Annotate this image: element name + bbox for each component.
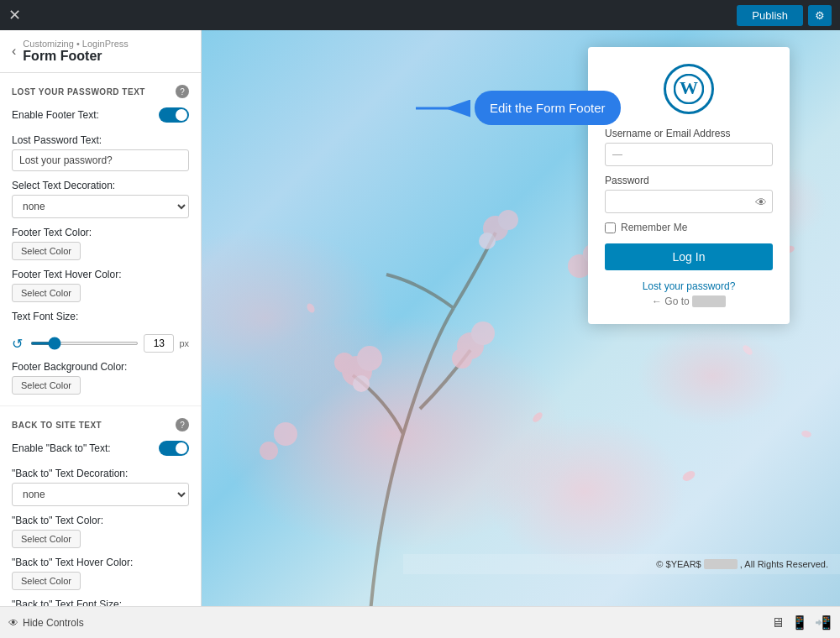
enable-footer-text-label: Enable Footer Text: [12, 107, 189, 123]
sidebar-header-text: Customizing • LoginPress Form Footer [23, 39, 129, 64]
svg-point-16 [274, 422, 297, 446]
back-to-decoration-select[interactable]: none underline overline line-through [12, 483, 189, 506]
eye-hide-icon: 👁 [8, 617, 18, 629]
select-text-decoration-row: Select Text Decoration: none underline o… [0, 175, 201, 222]
remember-me-row: Remember Me [605, 222, 773, 233]
hide-controls-button[interactable]: 👁 Hide Controls [8, 617, 84, 629]
font-size-input[interactable] [144, 334, 174, 353]
select-text-decoration-label: Select Text Decoration: [12, 180, 189, 191]
close-button[interactable]: ✕ [8, 8, 21, 23]
lost-password-text-row: Lost Password Text: [0, 130, 201, 175]
back-to-font-size-label: "Back to" Text Font Size: [12, 599, 189, 606]
text-font-size-label-row: Text Font Size: [0, 306, 201, 330]
footer-text-hover-color-label: Footer Text Hover Color: [12, 269, 189, 280]
svg-text:W: W [680, 77, 698, 98]
sidebar: ‹ Customizing • LoginPress Form Footer L… [0, 30, 202, 606]
svg-point-9 [479, 233, 496, 249]
px-label: px [179, 338, 189, 348]
password-label: Password [605, 175, 773, 186]
font-size-slider[interactable] [30, 342, 139, 345]
svg-point-1 [357, 346, 382, 371]
lost-password-text-input[interactable] [12, 149, 189, 171]
back-to-site-section-title: BACK TO SITE TEXT [12, 421, 102, 430]
bottom-bar: 👁 Hide Controls 🖥 📱 📲 [0, 606, 840, 638]
remember-me-label: Remember Me [621, 222, 687, 233]
wp-logo-circle: W [664, 64, 714, 114]
gear-button[interactable]: ⚙ [808, 5, 832, 26]
footer-bg-color-label: Footer Background Color: [12, 361, 189, 373]
blurred-site-name [692, 295, 726, 307]
username-label: Username or Email Address [605, 128, 773, 139]
back-to-text-color-button[interactable]: Select Color [12, 530, 81, 548]
sidebar-header: ‹ Customizing • LoginPress Form Footer [0, 30, 201, 73]
back-button[interactable]: ‹ [12, 44, 16, 59]
back-to-text-hover-color-row: "Back to" Text Hover Color: Select Color [0, 552, 201, 594]
text-font-size-label: Text Font Size: [12, 311, 189, 322]
eye-icon[interactable]: 👁 [755, 196, 767, 209]
panel-title: Form Footer [23, 49, 129, 64]
svg-point-20 [741, 343, 754, 357]
back-to-text-color-row: "Back to" Text Color: Select Color [0, 510, 201, 552]
username-input[interactable] [605, 143, 773, 166]
svg-point-22 [681, 469, 697, 484]
back-to-text-hover-color-button[interactable]: Select Color [12, 572, 81, 590]
footer-bg-color-row: Footer Background Color: Select Color [0, 357, 201, 399]
main-layout: ‹ Customizing • LoginPress Form Footer L… [0, 30, 840, 606]
svg-point-24 [531, 411, 544, 424]
lost-password-section-header: LOST YOUR PASSWORD TEXT ? [0, 76, 201, 103]
password-wrap: 👁 [605, 190, 773, 222]
lost-password-link[interactable]: Lost your password? [643, 280, 736, 292]
footer-text-color-button[interactable]: Select Color [12, 242, 81, 260]
help-icon-lost-password[interactable]: ? [176, 85, 189, 98]
password-input[interactable] [605, 190, 773, 213]
back-to-text-color-label: "Back to" Text Color: [12, 515, 189, 526]
back-to-font-size-row: "Back to" Text Font Size: [0, 594, 201, 606]
enable-back-to-toggle[interactable] [159, 441, 189, 456]
preview-area: Edit the Form Footer W Username or Email… [202, 30, 840, 606]
top-bar-right: Publish ⚙ [737, 5, 832, 26]
back-to-text-decoration-row: "Back to" Text Decoration: none underlin… [0, 463, 201, 510]
help-icon-back-to-site[interactable]: ? [176, 418, 189, 431]
svg-point-5 [471, 322, 495, 345]
svg-point-6 [452, 348, 472, 369]
desktop-icon[interactable]: 🖥 [771, 615, 785, 630]
svg-point-8 [498, 210, 518, 230]
back-to-site-section-header: BACK TO SITE TEXT ? [0, 410, 201, 437]
publish-button[interactable]: Publish [737, 5, 803, 26]
enable-back-to-row: Enable "Back to" Text: [0, 437, 201, 463]
svg-point-23 [306, 302, 317, 314]
svg-point-3 [353, 375, 370, 392]
top-bar: ✕ Publish ⚙ [0, 0, 840, 30]
text-decoration-select[interactable]: none underline overline line-through [12, 195, 189, 218]
blurred-year [704, 559, 738, 569]
font-size-row: ↺ px [0, 330, 201, 357]
enable-footer-text-toggle[interactable] [159, 107, 189, 123]
section-divider [0, 405, 201, 406]
remember-me-checkbox[interactable] [605, 222, 616, 233]
footer-text-hover-color-row: Footer Text Hover Color: Select Color [0, 264, 201, 306]
mobile-icon[interactable]: 📲 [815, 614, 832, 630]
goto-row: ← Go to [605, 295, 773, 307]
wp-logo: W [605, 64, 773, 114]
svg-point-21 [801, 430, 812, 439]
preview-footer: © $YEAR$ , All Rights Reserved. [403, 554, 840, 574]
breadcrumb: Customizing • LoginPress [23, 39, 129, 49]
back-to-text-decoration-label: "Back to" Text Decoration: [12, 468, 189, 479]
svg-point-17 [260, 442, 278, 460]
login-button[interactable]: Log In [605, 243, 773, 270]
sidebar-content: LOST YOUR PASSWORD TEXT ? Enable Footer … [0, 73, 201, 606]
reset-font-size-icon[interactable]: ↺ [12, 336, 25, 351]
footer-bg-color-button[interactable]: Select Color [12, 376, 81, 395]
enable-back-to-label: Enable "Back to" Text: [12, 441, 189, 456]
back-to-text-hover-color-label: "Back to" Text Hover Color: [12, 557, 189, 568]
footer-text-hover-color-button[interactable]: Select Color [12, 284, 81, 302]
device-icons: 🖥 📱 📲 [771, 614, 832, 630]
footer-text-color-row: Footer Text Color: Select Color [0, 222, 201, 264]
login-footer: Lost your password? ← Go to [605, 280, 773, 307]
hide-controls-label: Hide Controls [23, 617, 84, 629]
enable-footer-text-row: Enable Footer Text: [0, 103, 201, 130]
login-card: W Username or Email Address Password 👁 R… [588, 47, 790, 324]
lost-password-text-label: Lost Password Text: [12, 134, 189, 146]
tablet-icon[interactable]: 📱 [791, 614, 808, 630]
svg-point-2 [334, 353, 354, 373]
